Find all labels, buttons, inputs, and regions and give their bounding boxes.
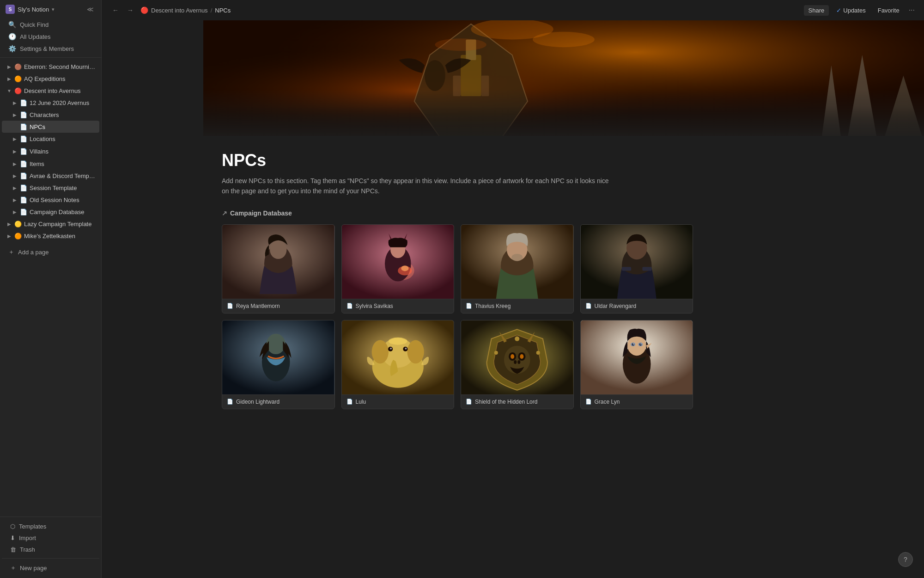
npc-card-thavius[interactable]: 📄 Thavius Kreeg bbox=[461, 224, 574, 314]
npc-card-grace[interactable]: 📄 Grace Lyn bbox=[580, 320, 693, 409]
toggle-june2020[interactable]: ▶ bbox=[11, 99, 18, 106]
villains-add-button[interactable]: + bbox=[86, 147, 96, 156]
npc-name-sylvira: Sylvira Savikas bbox=[356, 303, 393, 309]
svg-point-43 bbox=[389, 337, 407, 344]
toggle-avrae[interactable]: ▶ bbox=[11, 172, 18, 179]
npc-card-uldar[interactable]: 📄 Uldar Ravengard bbox=[580, 224, 693, 314]
toggle-items[interactable]: ▶ bbox=[11, 160, 18, 167]
main-content: ← → 🔴 Descent into Avernus / NPCs Share … bbox=[203, 0, 924, 578]
toggle-villains[interactable]: ▶ bbox=[11, 148, 18, 155]
sidebar-item-locations[interactable]: ▶ 📄 Locations bbox=[2, 133, 99, 145]
svg-point-53 bbox=[536, 351, 540, 355]
toggle-characters[interactable]: ▶ bbox=[11, 111, 18, 118]
npc-portrait-thavius bbox=[461, 225, 573, 299]
topbar: ← → 🔴 Descent into Avernus / NPCs Share … bbox=[203, 0, 924, 20]
page-title: NPCs bbox=[222, 151, 693, 170]
toggle-mikes[interactable]: ▶ bbox=[6, 232, 13, 240]
toggle-aq[interactable]: ▶ bbox=[6, 75, 13, 82]
sidebar-item-june2020[interactable]: ▶ 📄 12 June 2020 Avernus bbox=[2, 97, 99, 109]
more-options-button[interactable]: ··· bbox=[907, 4, 917, 16]
import-button[interactable]: ⬇ Import bbox=[4, 532, 97, 544]
sidebar-item-aq[interactable]: ▶ 🟠 AQ Expeditions bbox=[2, 73, 99, 85]
breadcrumb-current: NPCs bbox=[215, 7, 231, 14]
help-button[interactable]: ? bbox=[898, 552, 913, 567]
npc-name-lulu: Lulu bbox=[356, 399, 366, 405]
npc-name-shield: Shield of the Hidden Lord bbox=[475, 399, 537, 405]
sidebar-item-characters[interactable]: ▶ 📄 Characters bbox=[2, 109, 99, 121]
sidebar-item-session-template[interactable]: ▶ 📄 Session Template bbox=[2, 182, 99, 194]
hero-image bbox=[203, 20, 924, 136]
trash-icon: 🗑 bbox=[10, 546, 16, 553]
sidebar-item-descent[interactable]: ▼ 🔴 Descent into Avernus bbox=[2, 85, 99, 97]
doc-icon-shield: 📄 bbox=[466, 399, 472, 405]
workspace-icon: S bbox=[6, 5, 15, 14]
npc-grid-row1: 📄 Reya Mantlemorn bbox=[222, 224, 693, 314]
toggle-descent[interactable]: ▼ bbox=[6, 87, 13, 94]
sidebar-item-mikes[interactable]: ▶ 🟠 Mike's Zettelkasten bbox=[2, 230, 99, 242]
templates-button[interactable]: ⬡ Templates bbox=[4, 521, 97, 532]
npc-card-sylvira[interactable]: 📄 Sylvira Savikas bbox=[341, 224, 455, 314]
doc-icon-gideon: 📄 bbox=[227, 399, 233, 405]
svg-point-54 bbox=[494, 351, 498, 355]
toggle-campaign-db[interactable]: ▶ bbox=[11, 208, 18, 215]
settings-button[interactable]: ⚙️ Settings & Members bbox=[2, 43, 99, 55]
new-page-button[interactable]: ＋ New page bbox=[4, 561, 97, 574]
toggle-session-template[interactable]: ▶ bbox=[11, 184, 18, 191]
quick-find-button[interactable]: 🔍 Quick Find bbox=[2, 18, 99, 31]
content-area: NPCs Add new NPCs to this section. Tag t… bbox=[203, 136, 711, 430]
toggle-eberron[interactable]: ▶ bbox=[6, 63, 13, 70]
npc-card-lulu[interactable]: 📄 Lulu bbox=[341, 320, 455, 409]
sidebar-item-avrae[interactable]: ▶ 📄 Avrae & Discord Templates bbox=[2, 170, 99, 182]
npc-name-thavius: Thavius Kreeg bbox=[475, 303, 511, 309]
svg-point-48 bbox=[511, 354, 514, 359]
section-header[interactable]: ↗ Campaign Database bbox=[222, 209, 693, 217]
add-page-button[interactable]: ＋ Add a page bbox=[2, 246, 99, 258]
topbar-actions: Share ✓ Updates Favorite ··· bbox=[804, 4, 917, 16]
nav-tree: ▶ 🟤 Eberron: Second Mourning ▶ 🟠 AQ Expe… bbox=[0, 61, 101, 258]
toggle-old-session[interactable]: ▶ bbox=[11, 196, 18, 203]
doc-icon-reya: 📄 bbox=[227, 303, 233, 309]
breadcrumb-separator: / bbox=[211, 7, 213, 14]
search-icon: 🔍 bbox=[8, 21, 16, 28]
svg-point-42 bbox=[405, 348, 407, 350]
npc-card-footer-grace: 📄 Grace Lyn bbox=[581, 394, 693, 409]
sidebar-item-items[interactable]: ▶ 📄 Items bbox=[2, 158, 99, 170]
svg-rect-29 bbox=[621, 267, 631, 271]
share-button[interactable]: Share bbox=[804, 5, 829, 16]
sidebar-item-eberron[interactable]: ▶ 🟤 Eberron: Second Mourning bbox=[2, 61, 99, 73]
sidebar-item-villains[interactable]: ▶ 📄 Villains ··· + bbox=[2, 145, 99, 158]
npc-portrait-gideon bbox=[222, 320, 334, 394]
workspace-header[interactable]: S Sly's Notion ▾ ≪ bbox=[0, 0, 101, 18]
svg-point-50 bbox=[514, 360, 517, 364]
toggle-locations[interactable]: ▶ bbox=[11, 135, 18, 142]
toggle-lazy[interactable]: ▶ bbox=[6, 220, 13, 228]
npc-portrait-grace bbox=[581, 320, 693, 394]
npc-card-reya[interactable]: 📄 Reya Mantlemorn bbox=[222, 224, 335, 314]
page-description: Add new NPCs to this section. Tag them a… bbox=[222, 176, 614, 197]
svg-point-15 bbox=[270, 240, 286, 258]
doc-icon-uldar: 📄 bbox=[585, 303, 592, 309]
favorite-button[interactable]: Favorite bbox=[873, 5, 904, 16]
breadcrumb-parent[interactable]: Descent into Avernus bbox=[203, 7, 208, 14]
svg-point-41 bbox=[390, 348, 392, 350]
sidebar-bottom: ⬡ Templates ⬇ Import 🗑 Trash ＋ New page bbox=[0, 517, 101, 578]
sidebar-item-old-session[interactable]: ▶ 📄 Old Session Notes bbox=[2, 194, 99, 206]
npc-card-gideon[interactable]: 📄 Gideon Lightward bbox=[222, 320, 335, 409]
npc-card-footer-lulu: 📄 Lulu bbox=[342, 394, 454, 409]
npc-name-uldar: Uldar Ravengard bbox=[595, 303, 637, 309]
workspace-name: Sly's Notion bbox=[18, 6, 49, 13]
sidebar-item-campaign-db[interactable]: ▶ 📄 Campaign Database bbox=[2, 206, 99, 218]
sidebar-collapse-button[interactable]: ≪ bbox=[85, 5, 96, 14]
sidebar-item-lazy[interactable]: ▶ 🟡 Lazy Campaign Template bbox=[2, 218, 99, 230]
breadcrumb: 🔴 Descent into Avernus / NPCs bbox=[203, 6, 800, 14]
svg-point-21 bbox=[401, 265, 408, 271]
npc-card-shield[interactable]: 📄 Shield of the Hidden Lord bbox=[461, 320, 574, 409]
all-updates-button[interactable]: 🕐 All Updates bbox=[2, 31, 99, 43]
section-title: Campaign Database bbox=[230, 209, 292, 217]
updates-button[interactable]: ✓ Updates bbox=[832, 5, 870, 16]
sidebar-item-npcs[interactable]: ▶ 📄 NPCs bbox=[2, 121, 99, 133]
doc-icon-grace: 📄 bbox=[585, 399, 592, 405]
trash-button[interactable]: 🗑 Trash bbox=[4, 544, 97, 555]
villains-more-button[interactable]: ··· bbox=[76, 147, 85, 156]
sidebar: S Sly's Notion ▾ ≪ 🔍 Quick Find 🕐 All Up… bbox=[0, 0, 102, 578]
